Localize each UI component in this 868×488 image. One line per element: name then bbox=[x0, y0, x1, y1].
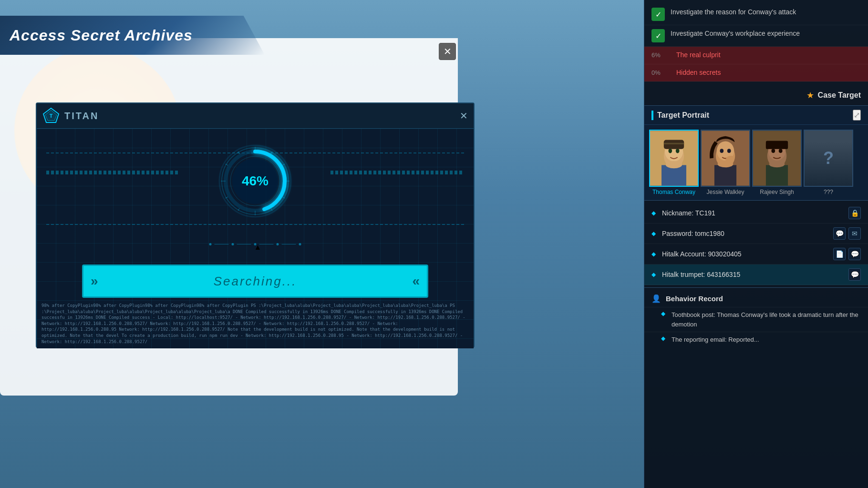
titan-close-icon: ✕ bbox=[460, 111, 468, 121]
ind-line bbox=[259, 244, 274, 244]
svg-text:T: T bbox=[50, 113, 53, 119]
titan-header: T TITAN ✕ bbox=[37, 103, 474, 129]
titan-content: 46% ▲ » Searching... « 98% after CopyPlu… bbox=[37, 129, 474, 348]
info-nickname: Nickname: TC191 bbox=[662, 209, 844, 217]
doc-icon-btn[interactable]: 📄 bbox=[833, 248, 846, 260]
case-target-label: Case Target bbox=[818, 91, 861, 100]
titan-app-name: TITAN bbox=[64, 111, 99, 122]
info-password: Password: tomc1980 bbox=[662, 230, 828, 237]
behavior-item-2: ◆ The reporting email: Reported... bbox=[644, 332, 868, 347]
portrait-img-rajeev bbox=[752, 130, 802, 187]
behavior-item-1: ◆ Toothbook post: Thomas Conway's life t… bbox=[644, 307, 868, 332]
chat-icon-btn-4[interactable]: 💬 bbox=[848, 268, 861, 281]
dashed-line-bottom bbox=[46, 224, 464, 225]
objective-pct-3: 6% bbox=[651, 51, 671, 59]
svg-point-44 bbox=[779, 149, 783, 153]
ind-dot bbox=[232, 243, 234, 245]
ind-dot bbox=[299, 243, 301, 245]
portrait-expand-button[interactable]: ⤢ bbox=[853, 110, 861, 121]
titan-logo: T TITAN bbox=[42, 107, 99, 124]
objective-item-2: ✓ Investigate Conway's workplace experie… bbox=[644, 25, 868, 47]
portrait-thomas[interactable]: Thomas Conway bbox=[649, 130, 699, 195]
info-row-password: ◆ Password: tomc1980 💬 ✉ bbox=[644, 224, 868, 244]
svg-rect-28 bbox=[664, 140, 684, 149]
ind-dot bbox=[209, 243, 212, 245]
portrait-title-bar: Target Portrait bbox=[651, 111, 709, 120]
bar-right bbox=[331, 171, 464, 174]
diamond-icon-b2: ◆ bbox=[661, 335, 667, 342]
objectives-section: ✓ Investigate the reason for Conway's at… bbox=[644, 0, 868, 85]
unknown-char: ? bbox=[805, 131, 852, 186]
title-banner: Access Secret Archives bbox=[0, 16, 265, 55]
behavior-title: Behavior Record bbox=[666, 295, 723, 303]
portrait-unknown[interactable]: ? ??? bbox=[804, 130, 853, 195]
objective-item-3: 6% The real culprit bbox=[644, 47, 868, 64]
info-hitalk: Hitalk Account: 903020405 bbox=[662, 250, 828, 258]
behavior-header: 👤 Behavior Record bbox=[644, 290, 868, 307]
ind-line bbox=[237, 244, 251, 244]
svg-point-27 bbox=[676, 149, 680, 153]
svg-point-26 bbox=[668, 149, 672, 153]
diamond-icon-b1: ◆ bbox=[661, 310, 667, 317]
chat-icon-btn-3[interactable]: 💬 bbox=[848, 248, 861, 260]
titan-close-button[interactable]: ✕ bbox=[460, 110, 468, 122]
info-row-trumpet: ◆ Hitalk trumpet: 643166315 💬 bbox=[644, 264, 868, 285]
svg-point-43 bbox=[771, 149, 775, 153]
info-section: ◆ Nickname: TC191 🔒 ◆ Password: tomc1980… bbox=[644, 201, 868, 288]
searching-label: Searching... bbox=[214, 274, 297, 289]
portrait-name-rajeev: Rajeev Singh bbox=[760, 189, 794, 195]
ind-line bbox=[215, 244, 229, 244]
lock-icon-btn[interactable]: 🔒 bbox=[848, 207, 861, 219]
svg-rect-41 bbox=[766, 165, 788, 186]
objective-text-4: Hidden secrets bbox=[676, 68, 721, 78]
info-icons-2: 💬 ✉ bbox=[833, 227, 861, 240]
objective-text-1: Investigate the reason for Conway's atta… bbox=[671, 8, 796, 17]
info-icons-3: 📄 💬 bbox=[833, 248, 861, 260]
svg-point-25 bbox=[666, 161, 682, 168]
bar-left bbox=[46, 171, 180, 174]
target-portrait-section: Target Portrait ⤢ bbox=[644, 106, 868, 201]
svg-point-42 bbox=[769, 161, 785, 167]
info-trumpet: Hitalk trumpet: 643166315 bbox=[662, 271, 844, 278]
chevron-right-icon: « bbox=[412, 274, 420, 289]
behavior-icon: 👤 bbox=[651, 294, 661, 303]
ind-dot-center: ▲ bbox=[254, 243, 257, 245]
portrait-name-unknown: ??? bbox=[824, 189, 833, 195]
page-title: Access Secret Archives bbox=[10, 27, 193, 44]
right-panel: ✓ Investigate the reason for Conway's at… bbox=[644, 0, 868, 488]
progress-circle: 46% bbox=[217, 143, 293, 219]
objective-pct-4: 0% bbox=[651, 68, 671, 76]
portrait-grid: Thomas Conway bbox=[644, 125, 868, 200]
svg-rect-33 bbox=[714, 165, 736, 186]
portrait-img-unknown: ? bbox=[804, 130, 853, 187]
info-row-nickname: ◆ Nickname: TC191 🔒 bbox=[644, 203, 868, 224]
chevron-left-icon: » bbox=[91, 274, 98, 289]
progress-text: 46% bbox=[242, 173, 269, 189]
portrait-img-jessie bbox=[701, 130, 750, 187]
star-icon: ★ bbox=[806, 90, 814, 101]
behavior-text-2: The reporting email: Reported... bbox=[672, 335, 759, 345]
chat-icon-btn-2a[interactable]: 💬 bbox=[833, 227, 846, 240]
email-icon-btn[interactable]: ✉ bbox=[848, 227, 861, 240]
diamond-icon-3: ◆ bbox=[651, 251, 657, 257]
outer-close-button[interactable]: ✕ bbox=[439, 43, 456, 60]
portrait-jessie[interactable]: Jessie Walkley bbox=[701, 130, 750, 195]
diamond-icon-2: ◆ bbox=[651, 230, 657, 237]
portrait-rajeev[interactable]: Rajeev Singh bbox=[752, 130, 802, 195]
diamond-icon-4: ◆ bbox=[651, 271, 657, 278]
ind-line bbox=[282, 244, 296, 244]
portrait-name-jessie: Jessie Walkley bbox=[707, 189, 744, 195]
progress-area: 46% bbox=[217, 143, 293, 219]
svg-point-35 bbox=[720, 149, 723, 153]
portrait-marker bbox=[651, 111, 653, 120]
svg-rect-46 bbox=[766, 143, 788, 147]
diamond-icon-1: ◆ bbox=[651, 210, 657, 216]
portrait-header: Target Portrait ⤢ bbox=[644, 106, 868, 125]
objective-text-3: The real culprit bbox=[676, 51, 721, 60]
titan-dialog: T TITAN ✕ bbox=[36, 102, 475, 348]
titan-logo-icon: T bbox=[42, 107, 60, 124]
behavior-text-1: Toothbook post: Thomas Conway's life too… bbox=[672, 310, 861, 329]
ind-dot bbox=[277, 243, 279, 245]
log-area: 98% after CopyPlugin98% after CopyPlugin… bbox=[41, 303, 469, 344]
objective-text-2: Investigate Conway's workplace experienc… bbox=[671, 29, 800, 39]
